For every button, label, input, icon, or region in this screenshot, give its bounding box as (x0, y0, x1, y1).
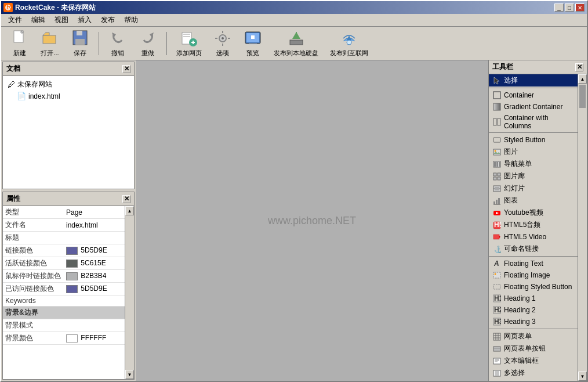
tool-gallery[interactable]: 图片廊 (489, 170, 578, 182)
addpage-button[interactable]: 添加网页 (172, 27, 206, 60)
tool-anchor[interactable]: ⚓ 可命名链接 (489, 243, 578, 255)
tool-select[interactable]: 选择 (489, 74, 578, 87)
menu-publish[interactable]: 发布 (96, 14, 119, 26)
save-button[interactable]: 保存 (66, 27, 94, 60)
visited-link-swatch[interactable] (66, 285, 78, 293)
columns-icon (492, 117, 502, 127)
publish-local-label: 发布到本地硬盘 (274, 49, 318, 57)
toolbox-scrollbar[interactable]: ▲ ▼ (578, 74, 587, 381)
toolbox-scroll-thumb[interactable] (579, 85, 586, 108)
tool-web-table-label: 网页表单 (504, 331, 532, 341)
tool-heading2[interactable]: H2 Heading 2 (489, 304, 578, 316)
props-scrollbar[interactable]: ▲ ▼ (125, 206, 134, 379)
svg-rect-25 (251, 35, 255, 39)
preview-button[interactable]: 预览 (239, 27, 267, 60)
new-button[interactable]: 新建 (6, 27, 34, 60)
tool-image[interactable]: 图片 (489, 146, 578, 158)
tool-floating-text[interactable]: A Floating Text (489, 258, 578, 269)
tool-chart[interactable]: 图表 (489, 194, 578, 207)
svg-rect-24 (249, 44, 257, 45)
menu-help[interactable]: 帮助 (119, 14, 143, 26)
svg-rect-40 (494, 162, 496, 167)
tool-columns[interactable]: Container with Columns (489, 113, 578, 131)
svg-text:H3: H3 (494, 318, 501, 326)
tool-floating-button[interactable]: Floating Styled Button (489, 281, 578, 293)
menu-insert[interactable]: 插入 (73, 14, 96, 26)
svg-rect-59 (493, 235, 499, 239)
tool-html5-audio[interactable]: H5 HTML5音频 (489, 219, 578, 231)
scroll-down[interactable]: ▼ (125, 370, 134, 379)
bg-color-swatch[interactable] (66, 334, 78, 343)
maximize-button[interactable]: □ (565, 3, 574, 12)
tool-anchor-label: 可命名链接 (504, 244, 539, 254)
open-button[interactable]: 打开... (36, 27, 64, 60)
active-link-value[interactable]: 5C615E (64, 257, 125, 270)
publish-local-button[interactable]: 发布到本地硬盘 (269, 27, 323, 60)
html5-audio-icon: H5 (492, 221, 502, 230)
options-button[interactable]: 选项 (209, 27, 237, 60)
toolbox-scroll-down[interactable]: ▼ (578, 372, 587, 381)
tree-item-root[interactable]: 🖊 未保存网站 (5, 78, 132, 91)
tool-youtube[interactable]: Youtube视频 (489, 207, 578, 219)
tree-item-index[interactable]: 📄 index.html (14, 91, 132, 102)
tool-heading3[interactable]: H3 Heading 3 (489, 316, 578, 327)
hover-link-swatch[interactable] (66, 272, 78, 280)
float-img-icon (492, 271, 502, 280)
bg-color-value[interactable]: FFFFFF (64, 332, 125, 345)
menu-view[interactable]: 视图 (50, 14, 73, 26)
hover-link-value[interactable]: B2B3B4 (64, 270, 125, 283)
watermark: www.pichome.NET (268, 215, 356, 227)
svg-rect-37 (493, 149, 500, 155)
menu-edit[interactable]: 编辑 (27, 14, 50, 26)
toolbox-close[interactable]: ✕ (575, 63, 583, 71)
minimize-button[interactable]: _ (554, 3, 564, 12)
svg-rect-32 (493, 92, 500, 99)
publish-web-label: 发布到互联网 (330, 49, 368, 57)
prop-row-active-link: 活跃链接颜色 5C615E (3, 257, 125, 270)
tool-heading3-label: Heading 3 (504, 318, 536, 326)
tool-styled-button[interactable]: Styled Button (489, 134, 578, 146)
tool-html5-video[interactable]: HTML5 Video (489, 231, 578, 243)
tool-heading1[interactable]: H1 Heading 1 (489, 293, 578, 304)
publish-web-button[interactable]: 发布到互联网 (325, 27, 373, 60)
menu-file[interactable]: 文件 (3, 14, 27, 26)
svg-marker-8 (112, 33, 116, 38)
canvas-area: www.pichome.NET (136, 60, 488, 381)
tool-container[interactable]: Container (489, 89, 578, 101)
bg-mode-label: 背景模式 (3, 319, 64, 332)
tool-slideshow[interactable]: 幻灯片 (489, 182, 578, 194)
documents-close[interactable]: ✕ (122, 65, 130, 73)
scroll-up[interactable]: ▲ (125, 206, 134, 215)
tool-text-editor-label: 文本编辑框 (504, 356, 539, 366)
visited-link-value[interactable]: 5D5D9E (64, 283, 125, 295)
tool-text-editor[interactable]: 文本编辑框 (489, 355, 578, 367)
tool-multiselect-label: 多选择 (504, 368, 525, 378)
site-icon: 🖊 (8, 80, 15, 89)
toolbox-scroll-up[interactable]: ▲ (578, 74, 587, 84)
undo-button[interactable]: 撤销 (104, 27, 132, 60)
title-value[interactable] (64, 232, 125, 244)
close-button[interactable]: ✕ (575, 3, 585, 12)
save-label: 保存 (74, 49, 86, 57)
tool-gradient-container[interactable]: Gradient Container (489, 101, 578, 113)
filename-value[interactable]: index.html (64, 219, 125, 232)
link-color-text: 5D5D9E (81, 246, 107, 254)
new-label: 新建 (13, 49, 26, 57)
properties-close[interactable]: ✕ (122, 195, 130, 203)
type-label: 类型 (3, 206, 64, 219)
tool-nav[interactable]: 导航菜单 (489, 158, 578, 170)
type-value[interactable]: Page (64, 206, 125, 219)
bg-mode-value[interactable] (64, 319, 125, 332)
link-color-value[interactable]: 5D5D9E (64, 244, 125, 257)
tool-web-table[interactable]: 网页表单 (489, 330, 578, 343)
tool-web-button[interactable]: 网页表单按钮 (489, 343, 578, 355)
link-color-swatch[interactable] (66, 247, 78, 255)
tool-multiselect[interactable]: 多选择 (489, 367, 578, 379)
svg-marker-31 (494, 77, 499, 84)
redo-button[interactable]: 重做 (134, 27, 162, 60)
active-link-swatch[interactable] (66, 260, 78, 268)
tool-floating-image[interactable]: Floating Image (489, 269, 578, 281)
keywords-value[interactable] (64, 295, 125, 307)
svg-text:H5: H5 (494, 221, 501, 229)
container-icon (492, 91, 502, 100)
